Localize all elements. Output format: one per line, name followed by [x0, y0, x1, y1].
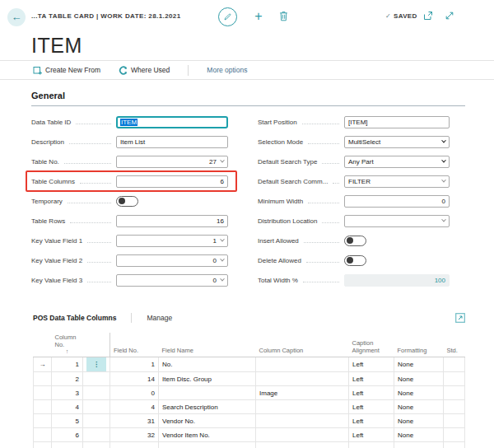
- field-row-default-search-type: Default Search Type Any Part: [258, 152, 450, 171]
- key-value-field-1-lookup[interactable]: 1: [116, 235, 228, 247]
- field-label: Distribution Location: [258, 217, 317, 225]
- cell-field-name[interactable]: Item Disc. Group: [159, 372, 256, 386]
- field-label: Minimum Width: [258, 198, 303, 205]
- row-menu-cell: [83, 428, 110, 442]
- cell-field-no[interactable]: 32: [110, 428, 159, 442]
- cell-field-name[interactable]: Search Description: [159, 400, 256, 414]
- action-bar: Create New From Where Used More options: [0, 60, 494, 80]
- header-field-no[interactable]: Field No.: [110, 333, 159, 357]
- header-formatting[interactable]: Formatting: [394, 333, 444, 357]
- section-heading-general[interactable]: General: [31, 90, 465, 106]
- table-columns-input[interactable]: 6: [116, 175, 228, 188]
- field-label: Selection Mode: [258, 138, 303, 146]
- cell-caption-alignment[interactable]: Left: [349, 372, 394, 386]
- cell-std[interactable]: [444, 386, 465, 400]
- cell-column-no[interactable]: 1: [52, 357, 83, 372]
- description-input[interactable]: Item List: [116, 136, 228, 148]
- cell-column-caption[interactable]: [256, 414, 349, 428]
- where-used-icon: [119, 66, 128, 75]
- cell-column-caption[interactable]: [256, 372, 349, 386]
- default-search-type-select[interactable]: Any Part: [344, 156, 450, 168]
- header-column-caption[interactable]: Column Caption: [256, 333, 349, 357]
- start-position-input[interactable]: [ITEM]: [344, 116, 450, 128]
- insert-allowed-toggle[interactable]: [344, 236, 366, 246]
- where-used-button[interactable]: Where Used: [119, 66, 170, 75]
- cell-field-no[interactable]: 14: [110, 372, 159, 386]
- field-label: Delete Allowed: [258, 257, 301, 264]
- minimum-width-input[interactable]: 0: [344, 195, 450, 208]
- field-row-table-columns: Table Columns 6: [31, 171, 228, 191]
- field-label: Table No.: [31, 158, 59, 166]
- cell-field-no[interactable]: 0: [110, 386, 159, 400]
- cell-std[interactable]: [444, 372, 465, 386]
- back-button[interactable]: ←: [7, 8, 26, 26]
- new-button[interactable]: +: [249, 7, 268, 26]
- cell-caption-alignment[interactable]: Left: [349, 414, 394, 428]
- cell-caption-alignment[interactable]: Left: [349, 357, 394, 372]
- cell-caption-alignment[interactable]: Left: [349, 428, 394, 442]
- cell-formatting[interactable]: None: [394, 372, 444, 386]
- field-row-total-width: Total Width % 100: [258, 270, 450, 290]
- key-value-field-2-lookup[interactable]: 0: [116, 254, 228, 267]
- cell-column-no[interactable]: 6: [52, 428, 83, 442]
- cell-field-name[interactable]: Vendor No.: [159, 414, 256, 428]
- fullscreen-button[interactable]: [445, 11, 454, 21]
- cell-std[interactable]: [444, 414, 465, 428]
- cell-std[interactable]: [444, 400, 465, 414]
- cell-formatting[interactable]: None: [394, 428, 444, 442]
- table-no-lookup[interactable]: 27: [116, 156, 228, 168]
- selection-mode-select[interactable]: MultiSelect: [344, 136, 450, 148]
- open-in-window-button[interactable]: [423, 11, 433, 21]
- cell-std[interactable]: [444, 428, 465, 442]
- field-row-key-value-field-3: Key Value Field 3 0: [31, 270, 228, 290]
- cell-formatting[interactable]: None: [394, 386, 444, 400]
- header-caption-alignment[interactable]: Caption Alignment: [349, 333, 394, 357]
- header-field-name[interactable]: Field Name: [159, 333, 256, 357]
- edit-button[interactable]: [218, 7, 237, 26]
- cell-column-no[interactable]: 5: [52, 414, 83, 428]
- data-table-id-input[interactable]: ITEM: [116, 116, 228, 128]
- cell-formatting[interactable]: None: [394, 357, 444, 372]
- cell-field-name[interactable]: [159, 386, 256, 400]
- cell-formatting[interactable]: None: [394, 400, 444, 414]
- table-rows-input[interactable]: 16: [116, 215, 228, 227]
- field-label: Total Width %: [258, 277, 298, 284]
- key-value-field-3-lookup[interactable]: 0: [116, 274, 228, 287]
- field-label: Key Value Field 2: [31, 257, 82, 264]
- part-title: POS Data Table Columns: [33, 314, 116, 322]
- create-new-from-button[interactable]: Create New From: [33, 66, 100, 75]
- chevron-down-icon: [220, 277, 225, 282]
- header-column-no[interactable]: Column No. ↑: [52, 333, 83, 357]
- cell-caption-alignment[interactable]: Left: [349, 386, 394, 400]
- toggle-knob: [119, 198, 125, 204]
- delete-allowed-toggle[interactable]: [344, 255, 366, 266]
- cell-column-caption[interactable]: [256, 357, 349, 372]
- cell-formatting[interactable]: None: [394, 414, 444, 428]
- cell-field-name[interactable]: Vendor Item No.: [159, 428, 256, 442]
- cell-field-name[interactable]: No.: [159, 357, 256, 372]
- cell-field-no[interactable]: 4: [110, 400, 159, 414]
- manage-button[interactable]: Manage: [147, 314, 172, 322]
- cell-std[interactable]: [444, 357, 465, 372]
- temporary-toggle[interactable]: [116, 196, 138, 207]
- cell-column-caption[interactable]: [256, 428, 349, 442]
- dotted-leader: [87, 242, 111, 243]
- cell-caption-alignment[interactable]: Left: [349, 400, 394, 414]
- cell-column-no[interactable]: 2: [52, 372, 83, 386]
- row-menu-cell: ⋮: [83, 357, 110, 372]
- cell-field-no[interactable]: 1: [110, 357, 159, 372]
- dotted-leader: [302, 124, 339, 124]
- row-menu-icon[interactable]: ⋮: [86, 357, 106, 371]
- distribution-location-lookup[interactable]: [344, 215, 450, 227]
- cell-field-no[interactable]: 31: [110, 414, 159, 428]
- cell-column-no[interactable]: 4: [52, 400, 83, 414]
- chevron-down-icon: [220, 158, 225, 163]
- expand-part-button[interactable]: [455, 313, 465, 323]
- cell-column-no[interactable]: 3: [52, 386, 83, 400]
- more-options-button[interactable]: More options: [207, 66, 247, 74]
- cell-column-caption[interactable]: [256, 400, 349, 414]
- header-std[interactable]: Std.: [444, 333, 465, 357]
- delete-button[interactable]: [279, 11, 288, 21]
- cell-column-caption[interactable]: Image: [256, 386, 349, 400]
- default-search-command-lookup[interactable]: FILTER: [344, 175, 450, 188]
